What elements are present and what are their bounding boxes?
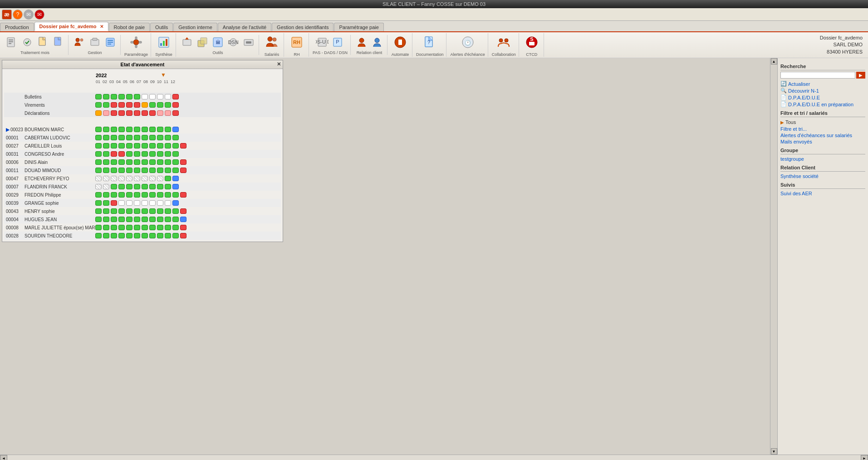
relation-icon-2[interactable] — [370, 35, 384, 49]
month-dot[interactable] — [180, 143, 186, 148]
month-dot[interactable] — [134, 176, 140, 181]
month-dot[interactable] — [149, 102, 156, 108]
month-dot[interactable] — [126, 159, 132, 165]
table-row[interactable]: 00028SOURDIN THEODORE — [4, 232, 281, 240]
link-testgroupe[interactable]: testgroupe — [780, 156, 865, 162]
month-dot[interactable] — [142, 151, 148, 157]
month-dot[interactable] — [157, 143, 163, 148]
table-row[interactable]: 00043HENRY sophie — [4, 207, 281, 215]
month-dot[interactable] — [103, 200, 109, 206]
outils-icon-4[interactable]: DSN — [226, 35, 240, 49]
month-dot[interactable] — [172, 192, 179, 198]
scroll-down-btn[interactable]: ▼ — [771, 448, 777, 455]
help-icon[interactable]: ? — [13, 10, 23, 20]
month-dot[interactable] — [126, 192, 132, 198]
month-dot[interactable] — [134, 135, 140, 140]
month-dot[interactable] — [126, 135, 132, 140]
month-dot[interactable] — [165, 233, 171, 238]
month-dot[interactable] — [165, 110, 171, 116]
month-dot[interactable] — [142, 135, 148, 140]
month-dot[interactable] — [111, 102, 117, 108]
month-dot[interactable] — [165, 200, 171, 206]
month-dot[interactable] — [134, 184, 140, 189]
month-dot[interactable] — [103, 184, 109, 189]
link-suivi-aer[interactable]: Suivi des AER — [780, 190, 865, 197]
month-dot[interactable] — [118, 102, 125, 108]
month-dot[interactable] — [142, 176, 148, 181]
month-dot[interactable] — [149, 200, 156, 206]
month-dot[interactable] — [126, 110, 132, 116]
month-dot[interactable] — [142, 94, 148, 99]
pas-icon-2[interactable]: P — [330, 35, 345, 49]
alert-icon[interactable]: ✉ — [34, 10, 44, 20]
month-dot[interactable] — [118, 200, 125, 206]
month-dot[interactable] — [111, 176, 117, 181]
month-dot[interactable] — [149, 143, 156, 148]
month-dot[interactable] — [157, 217, 163, 222]
alertes-icon-1[interactable]: 🕐 — [459, 33, 477, 51]
month-dot[interactable] — [134, 208, 140, 214]
month-dot[interactable] — [95, 176, 102, 181]
month-dot[interactable] — [111, 225, 117, 230]
month-dot[interactable] — [165, 208, 171, 214]
month-dot[interactable] — [118, 225, 125, 230]
month-dot[interactable] — [103, 208, 109, 214]
outils-icon-1[interactable] — [180, 35, 194, 49]
table-row[interactable]: 00011DOUAD MIMOUD — [4, 166, 281, 174]
month-dot[interactable] — [111, 159, 117, 165]
month-dot[interactable] — [149, 168, 156, 173]
month-dot[interactable] — [142, 192, 148, 198]
month-dot[interactable] — [126, 143, 132, 148]
month-dot[interactable] — [157, 168, 163, 173]
month-dot[interactable] — [103, 143, 109, 148]
month-dot[interactable] — [172, 176, 179, 181]
month-dot[interactable] — [165, 184, 171, 189]
month-dot[interactable] — [165, 94, 171, 99]
month-dot[interactable] — [111, 135, 117, 140]
link-synthese-societe[interactable]: Synthèse société — [780, 173, 865, 179]
month-dot[interactable] — [142, 159, 148, 165]
month-dot[interactable] — [126, 233, 132, 238]
month-dot[interactable] — [142, 208, 148, 214]
month-dot[interactable] — [172, 184, 179, 189]
month-dot[interactable] — [172, 135, 179, 140]
month-dot[interactable] — [142, 184, 148, 189]
tab-robot-paie[interactable]: Robot de paie — [109, 23, 150, 31]
month-dot[interactable] — [165, 151, 171, 157]
month-dot[interactable] — [165, 102, 171, 108]
month-dot[interactable] — [126, 168, 132, 173]
table-row[interactable]: 00027CAREILLER Louis — [4, 142, 281, 150]
month-dot[interactable] — [157, 208, 163, 214]
traitement-icon-4[interactable] — [51, 35, 65, 49]
month-dot[interactable] — [111, 184, 117, 189]
month-dot[interactable] — [126, 184, 132, 189]
search-button[interactable]: ▶ — [856, 72, 865, 79]
salaries-icon-1[interactable] — [263, 33, 281, 51]
month-dot[interactable] — [126, 208, 132, 214]
month-dot[interactable] — [172, 102, 179, 108]
month-dot[interactable] — [172, 159, 179, 165]
month-dot[interactable] — [149, 225, 156, 230]
traitement-icon-2[interactable] — [20, 35, 34, 49]
h-scroll-right[interactable]: ► — [861, 455, 868, 460]
month-dot[interactable] — [142, 110, 148, 116]
traitement-icon-3[interactable] — [35, 35, 50, 49]
table-row[interactable]: 00008MARLE JULIETTE époux(se) MARLEDOU — [4, 223, 281, 232]
month-dot[interactable] — [134, 200, 140, 206]
outils-icon-3[interactable]: 🏛 — [211, 35, 225, 49]
month-dot[interactable] — [172, 200, 179, 206]
month-dot[interactable] — [172, 110, 179, 116]
month-dot[interactable] — [165, 192, 171, 198]
table-row[interactable]: 00007FLANDRIN FRANCK — [4, 183, 281, 191]
month-dot[interactable] — [126, 200, 132, 206]
month-dot[interactable] — [172, 127, 179, 132]
synthese-icon-1[interactable] — [155, 33, 173, 51]
month-dot[interactable] — [95, 110, 102, 116]
month-dot[interactable] — [180, 168, 186, 173]
month-dot[interactable] — [95, 208, 102, 214]
month-dot[interactable] — [142, 127, 148, 132]
month-dot[interactable] — [103, 233, 109, 238]
ae-logo[interactable]: æ — [2, 10, 12, 20]
month-dot[interactable] — [172, 94, 179, 99]
month-dot[interactable] — [111, 94, 117, 99]
